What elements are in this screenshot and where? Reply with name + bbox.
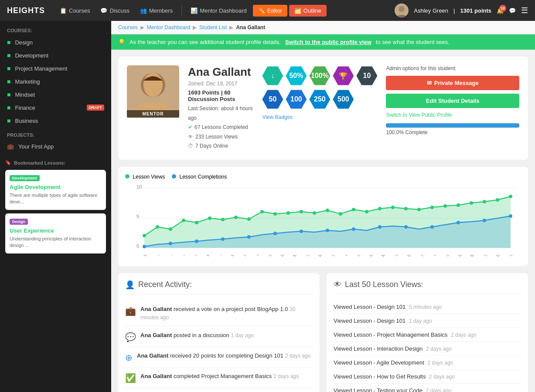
nav-members[interactable]: 👥 Members bbox=[136, 5, 177, 17]
activity-points-name: Ana Gallant bbox=[137, 352, 168, 359]
svg-point-13 bbox=[169, 227, 172, 231]
members-icon: 👥 bbox=[140, 7, 147, 14]
svg-point-23 bbox=[300, 210, 303, 213]
lesson-view-6: Viewed Lesson - Testing your Code 2 days… bbox=[334, 384, 521, 392]
nav-members-label: Members bbox=[149, 7, 173, 14]
breadcrumb: Courses ▶ Mentor Dashboard ▶ Student Lis… bbox=[111, 21, 535, 34]
completions-legend-label: Lesson Completions bbox=[180, 174, 227, 180]
activity-discussion-time: 1 day ago bbox=[231, 332, 254, 338]
sidebar-item-marketing[interactable]: ■ Marketing bbox=[0, 75, 111, 88]
activity-discussion: 💬 Ana Gallant posted in a discussion 1 d… bbox=[125, 327, 313, 347]
lesson-views: 👁 233 Lesson Views bbox=[188, 132, 253, 142]
lesson-2-name: Viewed Lesson - Project Management Basic… bbox=[334, 331, 447, 338]
breadcrumb-student-list[interactable]: Student List bbox=[199, 24, 227, 30]
student-stats: 1693 Points | 60 Discussion Posts bbox=[188, 89, 253, 102]
sidebar-item-development[interactable]: ■ Development bbox=[0, 49, 111, 62]
avatar[interactable] bbox=[395, 3, 409, 17]
activity-discussion-text: Ana Gallant posted in a discussion 1 day… bbox=[140, 331, 254, 340]
lesson-view-0: Viewed Lesson - Design 101 5 minutes ago bbox=[334, 300, 521, 314]
points-display: 1301 points bbox=[460, 7, 491, 14]
bookmarked-section: 🔖 Bookmarked Lessons: Development Agile … bbox=[0, 153, 111, 264]
main-content: Courses ▶ Mentor Dashboard ▶ Student Lis… bbox=[111, 21, 535, 392]
activity-points: ⊕ Ana Gallant received 20 points for com… bbox=[125, 347, 313, 368]
layout: Courses: ■ Design ■ Development ■ Projec… bbox=[0, 21, 535, 392]
folder-icon: ■ bbox=[7, 117, 10, 124]
bookmark-tag-development: Development bbox=[10, 175, 40, 181]
svg-point-28 bbox=[365, 210, 368, 213]
admin-label: Admin options for this student: bbox=[386, 65, 519, 71]
editor-button[interactable]: ✏️ Editor bbox=[253, 5, 287, 17]
discuss-icon: 💬 bbox=[100, 7, 107, 14]
switch-profile-link[interactable]: Switch to the public profile view bbox=[285, 39, 371, 45]
recent-activity-title: 👤 Recent Activity: bbox=[125, 280, 313, 294]
lesson-0-name: Viewed Lesson - Design 101 bbox=[334, 304, 406, 310]
profile-photo-wrap: MENTOR bbox=[127, 65, 179, 118]
lesson-view-2: Viewed Lesson - Project Management Basic… bbox=[334, 328, 521, 342]
sidebar-item-business[interactable]: ■ Business bbox=[0, 114, 111, 127]
activity-completed-desc: completed Project Management Basics bbox=[174, 373, 272, 379]
lesson-4-time: 2 days ago bbox=[428, 360, 453, 366]
svg-point-41 bbox=[169, 242, 172, 245]
outline-button[interactable]: 🗂️ Outline bbox=[289, 5, 327, 17]
svg-point-33 bbox=[430, 206, 434, 209]
svg-point-42 bbox=[195, 240, 198, 243]
activity-completed: ✅ Ana Gallant completed Project Manageme… bbox=[125, 368, 313, 388]
svg-point-46 bbox=[300, 230, 303, 233]
sidebar-project-label: Your First App bbox=[18, 143, 54, 150]
activity-vote-name: Ana Gallant bbox=[140, 306, 172, 312]
view-badges-link[interactable]: View Badges bbox=[262, 114, 377, 120]
svg-point-11 bbox=[143, 234, 146, 237]
svg-point-25 bbox=[326, 209, 329, 212]
svg-point-43 bbox=[221, 237, 225, 241]
bookmark-ux-title: User Experience bbox=[10, 227, 102, 234]
badge-100: 100 bbox=[286, 89, 307, 110]
sidebar-design-label: Design bbox=[15, 39, 32, 46]
badges-row-2: 50 100 250 500 bbox=[262, 89, 377, 110]
lesson-5-name: Viewed Lesson - How to Get Results bbox=[334, 373, 426, 380]
nav-mentor-dashboard[interactable]: 📊 Mentor Dashboard bbox=[186, 5, 251, 17]
badges-section: ↓ 50% 100% 🏆 10 50 100 250 500 View Badg… bbox=[262, 65, 377, 120]
top-nav: HEIGHTS 📋 Courses 💬 Discuss 👥 Members 📊 … bbox=[0, 0, 535, 21]
student-points: 1693 Points bbox=[188, 89, 219, 96]
nav-courses[interactable]: 📋 Courses bbox=[55, 5, 94, 17]
progress-bar bbox=[386, 123, 519, 128]
app-logo: HEIGHTS bbox=[7, 6, 45, 15]
breadcrumb-mentor-dashboard[interactable]: Mentor Dashboard bbox=[147, 24, 190, 30]
private-message-button[interactable]: ✉ Private Message bbox=[386, 76, 519, 90]
activity-vote-desc: received a vote on a project post BlogAp… bbox=[174, 306, 288, 312]
activity-points-desc: received 20 points for completing Design… bbox=[170, 352, 283, 359]
sidebar-item-project-management[interactable]: ■ Project Management bbox=[0, 62, 111, 75]
messages-icon[interactable]: 💬 bbox=[509, 7, 516, 14]
nav-divider bbox=[181, 5, 182, 16]
bookmark-agile[interactable]: Development Agile Development There are … bbox=[5, 170, 106, 210]
edit-student-button[interactable]: Edit Student Details bbox=[386, 94, 519, 108]
sidebar-item-mindset[interactable]: ■ Mindset bbox=[0, 88, 111, 101]
sidebar-mindset-label: Mindset bbox=[15, 91, 35, 98]
bookmark-ux[interactable]: Design User Experience Understanding pri… bbox=[5, 213, 106, 253]
lesson-view-5: Viewed Lesson - How to Get Results 2 day… bbox=[334, 370, 521, 384]
last-session: Last Session: about 4 hours ago bbox=[188, 104, 253, 123]
briefcase-icon: 💼 bbox=[7, 143, 14, 150]
breadcrumb-courses[interactable]: Courses bbox=[118, 24, 138, 30]
recent-activity-panel: 👤 Recent Activity: 💼 Ana Gallant receive… bbox=[118, 273, 320, 392]
sidebar-item-design[interactable]: ■ Design bbox=[0, 36, 111, 49]
svg-point-50 bbox=[404, 225, 408, 229]
lessons-completed: ✔ 67 Lessons Completed bbox=[188, 123, 253, 132]
badge-download: ↓ bbox=[262, 65, 283, 86]
bookmarked-title: 🔖 Bookmarked Lessons: bbox=[5, 160, 106, 166]
lesson-1-name: Viewed Lesson - Design 101 bbox=[334, 318, 406, 324]
sidebar-item-first-app[interactable]: 💼 Your First App bbox=[0, 140, 111, 153]
progress-label: 100.0% Complete bbox=[386, 129, 519, 135]
profile-info: Ana Gallant Joined: Dec 19, 2017 1693 Po… bbox=[188, 65, 253, 151]
menu-icon[interactable]: ☰ bbox=[521, 6, 528, 15]
editor-icon: ✏️ bbox=[258, 7, 265, 14]
sidebar-business-label: Business bbox=[15, 118, 38, 124]
switch-profile-button[interactable]: Switch to View Public Profile bbox=[386, 112, 452, 118]
notification-bell[interactable]: 🔔 10 bbox=[497, 7, 504, 14]
svg-point-24 bbox=[313, 211, 316, 215]
username: Ashley Green bbox=[414, 7, 448, 14]
folder-icon: ■ bbox=[7, 65, 10, 72]
sidebar-item-finance[interactable]: ■ Finance DRAFT bbox=[0, 101, 111, 114]
nav-discuss[interactable]: 💬 Discuss bbox=[96, 5, 134, 17]
svg-point-47 bbox=[326, 229, 329, 232]
